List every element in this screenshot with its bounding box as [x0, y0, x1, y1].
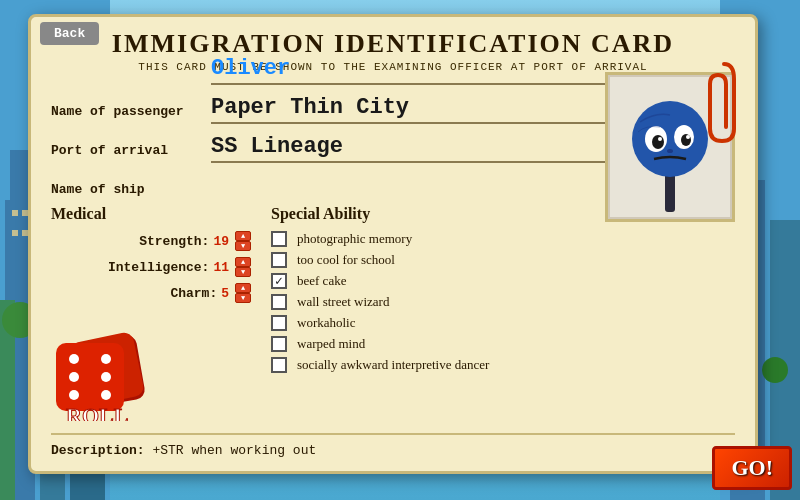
ability-checkbox-3[interactable]: [271, 294, 287, 310]
charm-label: Charm:: [170, 286, 217, 301]
ability-row[interactable]: wall street wizard: [271, 294, 735, 310]
abilities-list: photographic memorytoo cool for schoolbe…: [271, 231, 735, 373]
charm-row: Charm: 5 ▲ ▼: [51, 283, 271, 303]
immigration-card: IMMIGRATION IDENTIFICATION CARD THIS CAR…: [28, 14, 758, 474]
ability-label: too cool for school: [297, 252, 395, 268]
svg-point-34: [652, 135, 664, 149]
ability-checkbox-0[interactable]: [271, 231, 287, 247]
paperclip-svg: [689, 59, 739, 149]
ability-row[interactable]: workaholic: [271, 315, 735, 331]
svg-point-25: [101, 372, 111, 382]
roll-dice-svg[interactable]: ROLL: [46, 321, 176, 421]
svg-point-22: [69, 354, 79, 364]
ability-row[interactable]: socially awkward interpretive dancer: [271, 357, 735, 373]
ability-row[interactable]: photographic memory: [271, 231, 735, 247]
svg-point-36: [658, 137, 662, 141]
strength-value: 19: [213, 234, 229, 249]
ability-label: warped mind: [297, 336, 365, 352]
svg-point-27: [101, 390, 111, 400]
description-bar: Description: +STR when working out: [51, 433, 735, 459]
roll-area[interactable]: ROLL: [46, 321, 176, 421]
medical-header: Medical: [51, 205, 271, 223]
strength-arrows[interactable]: ▲ ▼: [235, 231, 251, 251]
back-button[interactable]: Back: [40, 22, 99, 45]
svg-rect-9: [12, 210, 18, 216]
strength-label: Strength:: [139, 234, 209, 249]
svg-point-24: [69, 390, 79, 400]
intelligence-down[interactable]: ▼: [235, 267, 251, 277]
intelligence-value: 11: [213, 260, 229, 275]
ability-row[interactable]: too cool for school: [271, 252, 735, 268]
intelligence-row: Intelligence: 11 ▲ ▼: [51, 257, 271, 277]
desc-value: +STR when working out: [152, 443, 316, 458]
ability-row[interactable]: warped mind: [271, 336, 735, 352]
svg-text:ROLL: ROLL: [66, 403, 128, 421]
sections-row: Medical Strength: 19 ▲ ▼ Intelligence: 1…: [51, 205, 735, 378]
passenger-value: Oliver: [211, 56, 290, 81]
passenger-label: Name of passenger: [51, 104, 211, 119]
port-label: Port of arrival: [51, 143, 211, 158]
svg-rect-21: [56, 343, 124, 411]
svg-point-23: [69, 372, 79, 382]
ability-checkbox-1[interactable]: [271, 252, 287, 268]
ability-label: beef cake: [297, 273, 346, 289]
svg-rect-11: [12, 230, 18, 236]
ability-checkbox-6[interactable]: [271, 357, 287, 373]
svg-point-26: [101, 354, 111, 364]
ship-value: SS Lineage: [211, 134, 343, 159]
ability-checkbox-5[interactable]: [271, 336, 287, 352]
strength-row: Strength: 19 ▲ ▼: [51, 231, 271, 251]
ship-label: Name of ship: [51, 182, 211, 197]
strength-up[interactable]: ▲: [235, 231, 251, 241]
intelligence-up[interactable]: ▲: [235, 257, 251, 267]
ability-label: socially awkward interpretive dancer: [297, 357, 489, 373]
ability-checkbox-4[interactable]: [271, 315, 287, 331]
svg-point-18: [762, 357, 788, 383]
ability-label: photographic memory: [297, 231, 412, 247]
port-value: Paper Thin City: [211, 95, 409, 120]
charm-arrows[interactable]: ▲ ▼: [235, 283, 251, 303]
charm-up[interactable]: ▲: [235, 283, 251, 293]
ability-label: workaholic: [297, 315, 355, 331]
ability-row[interactable]: beef cake: [271, 273, 735, 289]
intelligence-label: Intelligence:: [108, 260, 209, 275]
strength-down[interactable]: ▼: [235, 241, 251, 251]
go-button[interactable]: GO!: [712, 446, 792, 490]
ability-label: wall street wizard: [297, 294, 389, 310]
charm-down[interactable]: ▼: [235, 293, 251, 303]
intelligence-arrows[interactable]: ▲ ▼: [235, 257, 251, 277]
card-title: IMMIGRATION IDENTIFICATION CARD: [51, 29, 735, 59]
charm-value: 5: [221, 286, 229, 301]
medical-section: Medical Strength: 19 ▲ ▼ Intelligence: 1…: [51, 205, 271, 378]
svg-point-38: [667, 149, 673, 153]
ability-checkbox-2[interactable]: [271, 273, 287, 289]
special-section: Special Ability photographic memorytoo c…: [271, 205, 735, 378]
svg-rect-2: [10, 150, 30, 200]
desc-label: Description:: [51, 443, 145, 458]
